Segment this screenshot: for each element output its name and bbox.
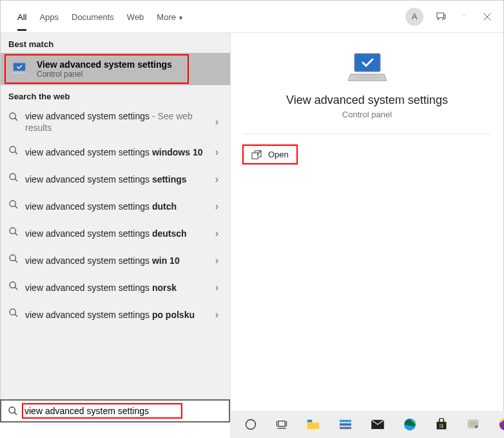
svg-point-10 (10, 174, 15, 179)
svg-line-15 (15, 233, 17, 235)
chevron-right-icon[interactable]: › (211, 116, 222, 128)
body: Best match View advanced system settings… (1, 33, 503, 422)
chevron-right-icon[interactable]: › (211, 228, 222, 239)
svg-point-6 (10, 113, 15, 119)
web-result-label: view advanced system settings deutsch (25, 228, 211, 239)
detail-panel: View advanced system settings Control pa… (231, 33, 503, 422)
app-icon-1[interactable] (338, 417, 353, 432)
mail-icon[interactable] (371, 417, 385, 432)
svg-rect-22 (354, 54, 380, 72)
web-result-label: view advanced system settings win 10 (25, 255, 211, 266)
web-result-label: view advanced system settings - See web … (25, 110, 211, 134)
chevron-right-icon[interactable]: › (211, 174, 222, 185)
web-result-row[interactable]: view advanced system settings po polsku› (1, 301, 230, 328)
chevron-right-icon[interactable]: › (211, 146, 222, 158)
svg-rect-29 (278, 421, 286, 426)
search-icon (8, 406, 18, 416)
svg-point-16 (10, 255, 15, 261)
annotation-highlight (22, 403, 182, 419)
search-window: All Apps Documents Web More▼ A Best matc… (0, 0, 504, 423)
header-tabs: All Apps Documents Web More▼ A (1, 1, 503, 33)
user-avatar[interactable]: A (405, 8, 423, 26)
svg-line-21 (15, 314, 17, 317)
svg-line-27 (14, 412, 17, 415)
web-result-label: view advanced system settings windows 10 (25, 146, 211, 158)
web-result-row[interactable]: view advanced system settings dutch› (1, 193, 230, 220)
svg-point-20 (10, 309, 15, 315)
edge-icon[interactable] (403, 417, 417, 432)
cortana-icon[interactable] (244, 417, 257, 432)
svg-line-17 (15, 260, 17, 263)
annotation-highlight (242, 144, 298, 164)
svg-point-26 (9, 407, 15, 413)
chevron-right-icon[interactable]: › (211, 201, 222, 212)
svg-point-28 (246, 420, 256, 430)
web-result-row[interactable]: view advanced system settings - See web … (1, 105, 230, 139)
svg-point-12 (10, 201, 15, 206)
svg-point-14 (10, 228, 15, 234)
search-icon (8, 199, 19, 210)
svg-rect-33 (307, 420, 312, 423)
best-match-header: Best match (1, 33, 230, 53)
firefox-icon[interactable] (498, 417, 504, 432)
detail-separator (244, 134, 490, 134)
best-match-result[interactable]: View advanced system settings Control pa… (1, 53, 230, 85)
svg-rect-42 (440, 426, 441, 428)
chevron-right-icon[interactable]: › (211, 309, 222, 321)
search-icon (8, 308, 19, 318)
svg-rect-41 (441, 424, 443, 426)
chevron-right-icon[interactable]: › (211, 282, 222, 294)
more-options-icon[interactable] (458, 11, 470, 23)
web-result-label: view advanced system settings po polsku (25, 309, 211, 321)
svg-line-11 (15, 179, 17, 181)
svg-rect-43 (441, 426, 443, 428)
search-web-header: Search the web (1, 85, 230, 105)
svg-line-13 (15, 206, 17, 208)
web-result-row[interactable]: view advanced system settings norsk› (1, 274, 230, 301)
web-result-label: view advanced system settings settings (25, 174, 211, 185)
tab-all[interactable]: All (11, 8, 33, 31)
detail-control-panel-icon (347, 52, 388, 83)
store-icon[interactable] (435, 417, 448, 432)
chevron-right-icon[interactable]: › (211, 255, 222, 266)
svg-line-19 (15, 287, 17, 290)
svg-point-2 (465, 15, 466, 15)
header-right: A (405, 8, 493, 32)
tab-documents[interactable]: Documents (65, 8, 121, 31)
feedback-icon[interactable] (435, 11, 447, 23)
search-bar[interactable] (0, 399, 230, 423)
svg-point-1 (464, 15, 465, 15)
svg-line-9 (15, 152, 17, 154)
web-result-row[interactable]: view advanced system settings settings› (1, 166, 230, 193)
tab-web[interactable]: Web (121, 8, 151, 31)
web-results-list: view advanced system settings - See web … (1, 105, 230, 328)
annotation-highlight (5, 54, 189, 84)
close-icon[interactable] (481, 11, 493, 23)
web-result-row[interactable]: view advanced system settings win 10› (1, 247, 230, 274)
search-icon (8, 254, 19, 264)
app-icon-2[interactable] (466, 417, 480, 432)
open-button[interactable]: Open (245, 146, 295, 163)
detail-subtitle: Control panel (342, 110, 392, 119)
svg-point-45 (475, 425, 478, 428)
web-result-row[interactable]: view advanced system settings deutsch› (1, 220, 230, 247)
tab-apps[interactable]: Apps (33, 8, 65, 31)
results-panel: Best match View advanced system settings… (1, 33, 231, 422)
search-icon (8, 145, 19, 155)
web-result-label: view advanced system settings norsk (25, 282, 211, 294)
task-view-icon[interactable] (275, 417, 288, 432)
svg-line-7 (15, 118, 17, 121)
caret-down-icon: ▼ (178, 15, 184, 21)
search-icon (8, 172, 19, 183)
search-icon (8, 226, 19, 237)
web-result-row[interactable]: view advanced system settings windows 10… (1, 139, 230, 166)
taskbar (230, 411, 504, 438)
svg-point-18 (10, 282, 15, 288)
search-icon (8, 112, 19, 122)
tab-more[interactable]: More▼ (150, 8, 190, 31)
svg-point-0 (463, 15, 463, 15)
svg-rect-40 (440, 424, 441, 426)
file-explorer-icon[interactable] (306, 417, 320, 432)
detail-title: View advanced system settings (286, 94, 448, 107)
svg-rect-36 (340, 427, 351, 430)
